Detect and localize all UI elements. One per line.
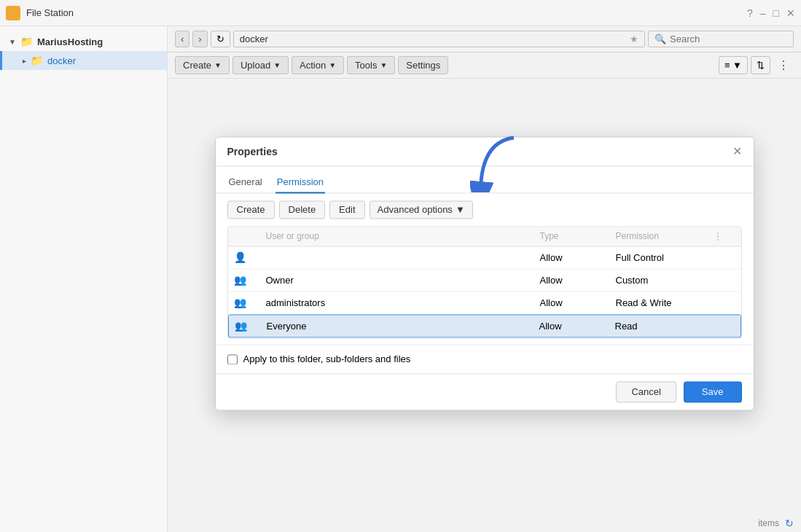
col-permission: Permission bbox=[616, 231, 711, 241]
user-group-value: administrators bbox=[266, 297, 537, 308]
group-icon: 👥 bbox=[234, 297, 263, 308]
help-button[interactable]: ? bbox=[747, 7, 753, 19]
type-value: Allow bbox=[540, 297, 613, 308]
title-bar: File Station ? – □ ✕ bbox=[0, 0, 801, 26]
col-type: Type bbox=[540, 231, 613, 241]
app-title: File Station bbox=[26, 7, 74, 18]
type-value: Allow bbox=[540, 275, 613, 286]
permission-table: User or group Type Permission ⋮ 👤 Allow … bbox=[227, 226, 742, 338]
tab-general[interactable]: General bbox=[227, 172, 264, 193]
table-row[interactable]: 👤 Allow Full Control bbox=[228, 246, 741, 269]
type-value: Allow bbox=[539, 321, 612, 332]
close-button[interactable]: ✕ bbox=[786, 7, 795, 19]
user-icon: 👤 bbox=[234, 251, 263, 263]
col-user-group: User or group bbox=[266, 231, 537, 241]
collapse-icon: ▼ bbox=[9, 38, 16, 46]
permission-value: Full Control bbox=[616, 252, 711, 263]
permission-toolbar: Create Delete Edit Advanced options ▼ bbox=[216, 193, 754, 226]
app-icon bbox=[6, 6, 20, 20]
cancel-button[interactable]: Cancel bbox=[616, 381, 676, 402]
perm-create-button[interactable]: Create bbox=[227, 200, 275, 219]
perm-edit-button[interactable]: Edit bbox=[329, 200, 364, 219]
apply-checkbox[interactable] bbox=[227, 354, 238, 364]
dialog-footer: Cancel Save bbox=[216, 373, 754, 410]
user-group-value: Owner bbox=[266, 275, 537, 286]
group-icon: 👥 bbox=[234, 274, 263, 286]
col-more[interactable]: ⋮ bbox=[714, 231, 735, 241]
docker-folder-icon: 📁 bbox=[31, 55, 43, 66]
advanced-chevron: ▼ bbox=[456, 204, 465, 215]
advanced-options-button[interactable]: Advanced options ▼ bbox=[370, 200, 473, 219]
dialog-header: Properties ✕ bbox=[216, 137, 754, 166]
sidebar-root-label: MariusHosting bbox=[37, 36, 103, 47]
apply-label: Apply to this folder, sub-folders and fi… bbox=[243, 353, 411, 364]
apply-checkbox-row: Apply to this folder, sub-folders and fi… bbox=[216, 344, 754, 373]
collapse-icon-child: ▸ bbox=[23, 57, 26, 65]
title-bar-left: File Station bbox=[6, 6, 74, 20]
dialog-title: Properties bbox=[227, 146, 278, 157]
sidebar-item-mariushosting[interactable]: ▼ 📁 MariusHosting bbox=[0, 32, 167, 51]
dialog-close-button[interactable]: ✕ bbox=[732, 144, 742, 158]
app-layout: ▼ 📁 MariusHosting ▸ 📁 docker ‹ › ↻ docke… bbox=[0, 26, 801, 532]
sidebar-child-label: docker bbox=[47, 55, 76, 66]
sidebar: ▼ 📁 MariusHosting ▸ 📁 docker bbox=[0, 26, 168, 532]
table-row[interactable]: 👥 administrators Allow Read & Write bbox=[228, 292, 741, 314]
folder-icon: 📁 bbox=[20, 36, 33, 47]
group-icon: 👥 bbox=[235, 320, 264, 332]
table-row[interactable]: 👥 Owner Allow Custom bbox=[228, 269, 741, 292]
perm-delete-button[interactable]: Delete bbox=[279, 200, 326, 219]
tab-permission[interactable]: Permission bbox=[276, 172, 325, 193]
title-bar-controls: ? – □ ✕ bbox=[747, 7, 795, 19]
table-header: User or group Type Permission ⋮ bbox=[228, 227, 741, 246]
table-row-selected[interactable]: 👥 Everyone Allow Read bbox=[228, 314, 741, 337]
properties-dialog: Properties ✕ General Permission Create D… bbox=[215, 136, 754, 410]
maximize-button[interactable]: □ bbox=[773, 7, 779, 19]
permission-value: Custom bbox=[616, 275, 711, 286]
save-button[interactable]: Save bbox=[684, 381, 742, 402]
permission-value: Read bbox=[615, 321, 710, 332]
user-group-value: Everyone bbox=[267, 321, 536, 332]
dialog-tabs: General Permission bbox=[216, 166, 754, 193]
permission-value: Read & Write bbox=[616, 297, 711, 308]
type-value: Allow bbox=[540, 252, 613, 263]
sidebar-item-docker[interactable]: ▸ 📁 docker bbox=[0, 51, 167, 70]
main-area: ‹ › ↻ docker ★ 🔍 Create ▼ Upload ▼ bbox=[168, 26, 801, 532]
minimize-button[interactable]: – bbox=[760, 7, 766, 19]
